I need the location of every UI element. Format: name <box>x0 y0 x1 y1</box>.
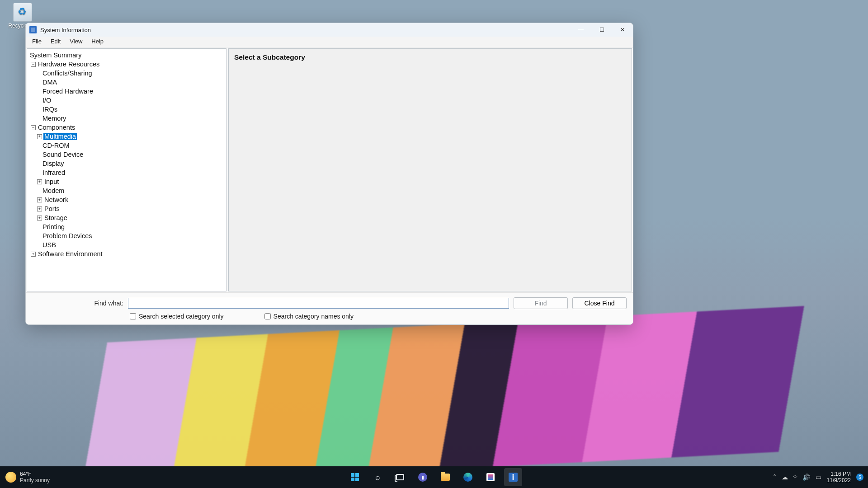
taskbar-chat-icon[interactable]: ▮ <box>414 468 432 486</box>
maximize-button[interactable]: ☐ <box>591 23 612 37</box>
find-what-input[interactable] <box>128 298 509 309</box>
expand-icon[interactable]: + <box>37 197 42 202</box>
tree-item-io[interactable]: I/O <box>27 96 226 105</box>
tree-item-display[interactable]: Display <box>27 159 226 168</box>
wallpaper <box>0 303 868 488</box>
category-tree[interactable]: System Summary − Hardware Resources Conf… <box>27 48 226 291</box>
minimize-button[interactable]: — <box>571 23 591 37</box>
menu-edit[interactable]: Edit <box>46 37 65 47</box>
chk-search-selected-box[interactable] <box>130 313 136 319</box>
chk-search-names-box[interactable] <box>264 313 271 319</box>
tree-item-ports[interactable]: + Ports <box>27 204 226 213</box>
expand-icon[interactable]: + <box>31 252 36 257</box>
chk-search-names[interactable]: Search category names only <box>264 313 354 320</box>
clock-date: 11/9/2022 <box>827 477 851 483</box>
expand-icon[interactable]: + <box>37 216 42 221</box>
tree-item-sound-device[interactable]: Sound Device <box>27 150 226 159</box>
tree-item-memory[interactable]: Memory <box>27 114 226 123</box>
taskbar-center: ⌕ ▮ <box>346 468 522 486</box>
tray-volume-icon[interactable]: 🔊 <box>802 474 810 481</box>
chk-search-selected[interactable]: Search selected category only <box>130 313 224 320</box>
tree-item-hardware-resources[interactable]: − Hardware Resources <box>27 60 226 69</box>
tree-item-conflicts[interactable]: Conflicts/Sharing <box>27 69 226 78</box>
start-button[interactable] <box>346 468 364 486</box>
tree-item-multimedia[interactable]: + Multimedia <box>27 132 226 141</box>
tree-item-dma[interactable]: DMA <box>27 78 226 87</box>
taskbar-clock[interactable]: 1:16 PM 11/9/2022 <box>827 471 851 483</box>
tree-item-infrared[interactable]: Infrared <box>27 168 226 177</box>
task-view-icon[interactable] <box>391 468 409 486</box>
tray-onedrive-icon[interactable]: ☁ <box>782 474 788 481</box>
collapse-icon[interactable]: − <box>31 125 36 130</box>
taskbar-explorer-icon[interactable] <box>436 468 454 486</box>
expand-icon[interactable]: + <box>37 206 42 211</box>
titlebar[interactable]: System Information — ☐ ✕ <box>26 23 633 37</box>
find-what-label: Find what: <box>26 300 123 307</box>
tree-item-storage[interactable]: + Storage <box>27 213 226 222</box>
taskbar-system-information-icon[interactable] <box>504 468 522 486</box>
collapse-icon[interactable]: − <box>31 62 36 67</box>
window-title: System Information <box>40 27 91 33</box>
tray-wifi-icon[interactable]: ⌔ <box>793 474 797 481</box>
system-tray: ˄ ☁ ⌔ 🔊 ▭ 1:16 PM 11/9/2022 5 <box>773 471 868 483</box>
content-heading: Select a Subcategory <box>234 53 626 61</box>
weather-icon <box>5 472 16 483</box>
tree-item-modem[interactable]: Modem <box>27 186 226 195</box>
tree-item-input[interactable]: + Input <box>27 177 226 186</box>
notification-badge[interactable]: 5 <box>856 474 863 481</box>
taskbar-store-icon[interactable] <box>481 468 500 486</box>
tree-item-cdrom[interactable]: CD-ROM <box>27 141 226 150</box>
tree-item-forced-hardware[interactable]: Forced Hardware <box>27 87 226 96</box>
expand-icon[interactable]: + <box>37 179 42 184</box>
tree-item-system-summary[interactable]: System Summary <box>27 51 226 60</box>
tree-item-network[interactable]: + Network <box>27 195 226 204</box>
find-bar: Find what: Find Close Find Search select… <box>26 292 633 324</box>
find-button[interactable]: Find <box>514 297 568 309</box>
tree-item-printing[interactable]: Printing <box>27 222 226 231</box>
weather-desc: Partly sunny <box>20 477 50 483</box>
clock-time: 1:16 PM <box>827 471 851 477</box>
menu-view[interactable]: View <box>65 37 87 47</box>
tree-item-problem-devices[interactable]: Problem Devices <box>27 231 226 240</box>
close-find-button[interactable]: Close Find <box>572 297 627 309</box>
content-pane: Select a Subcategory <box>228 48 632 291</box>
tree-item-irqs[interactable]: IRQs <box>27 105 226 114</box>
taskbar-search-icon[interactable]: ⌕ <box>368 468 387 486</box>
tray-battery-icon[interactable]: ▭ <box>816 474 821 481</box>
menu-help[interactable]: Help <box>87 37 108 47</box>
expand-icon[interactable]: + <box>37 134 42 139</box>
tray-overflow-icon[interactable]: ˄ <box>773 474 776 481</box>
taskbar-weather[interactable]: 64°F Partly sunny <box>0 471 55 483</box>
taskbar-edge-icon[interactable] <box>459 468 477 486</box>
system-information-window: System Information — ☐ ✕ File Edit View … <box>25 23 633 325</box>
menu-file[interactable]: File <box>28 37 46 47</box>
recycle-bin-icon <box>13 3 32 22</box>
close-button[interactable]: ✕ <box>612 23 633 37</box>
taskbar: 64°F Partly sunny ⌕ ▮ ˄ ☁ ⌔ 🔊 ▭ 1:16 PM … <box>0 466 868 488</box>
menubar: File Edit View Help <box>26 37 633 47</box>
weather-temp: 64°F <box>20 471 50 477</box>
tree-item-software-environment[interactable]: + Software Environment <box>27 249 226 258</box>
tree-item-usb[interactable]: USB <box>27 240 226 249</box>
tree-item-components[interactable]: − Components <box>27 123 226 132</box>
app-icon <box>29 26 37 33</box>
